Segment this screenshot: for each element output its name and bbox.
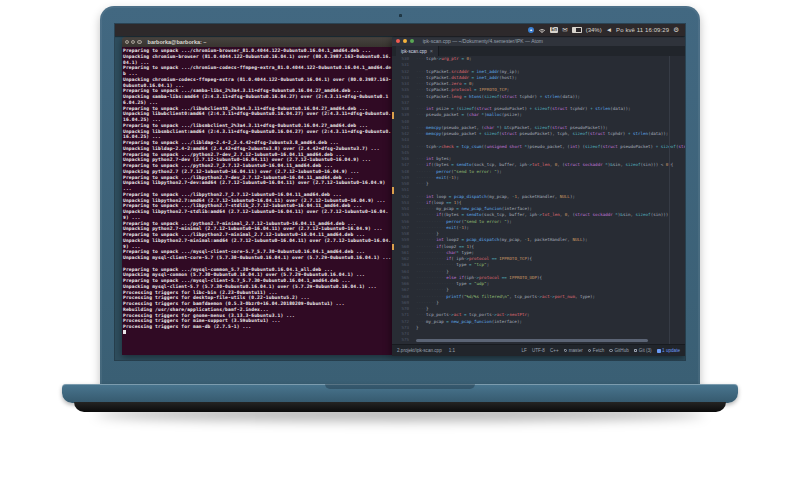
window-maximize-button[interactable] [410,39,414,43]
terminal-window: barborka@barborka: ~ Preparing to unpack… [122,37,394,355]
github-icon [609,349,613,353]
code-line: ····tcph->check = tcp_csum((unsigned sho… [416,144,685,150]
status-right: LFUTF-8C++masterFetchGitHubGit (3)1 upda… [522,348,680,353]
system-panel: ▴ En ✉ (34%) ◄ Po kvě 11 16:09:29 ⚙ [115,24,685,36]
editor-tabbar: ipk-scan.cpp × [392,46,685,56]
terminal-line: Unpacking samba-libs:amd64 (2:4.3.11+dfs… [123,94,393,106]
terminal-maximize-button[interactable] [137,40,141,44]
battery-fill [573,28,576,31]
tab-close-icon[interactable]: × [430,48,433,54]
code-editor[interactable]: 5305315325335345355365375385395405415425… [392,56,685,344]
terminal-line: Unpacking chromium-codecs-ffmpeg-extra (… [123,77,393,89]
wrap-guide [669,56,670,344]
terminal-output[interactable]: Preparing to unpack .../chromium-browser… [122,47,394,355]
terminal-cursor [123,330,126,334]
line-number: 575 [392,337,409,343]
terminal-line: Unpacking python2.7 (2.7.12-1ubuntu0~16.… [123,169,393,175]
laptop-latch-notch [325,384,475,389]
terminal-line: Unpacking libpython2.7-stdlib:amd64 (2.7… [123,209,393,221]
status-item-encoding[interactable]: UTF-8 [532,348,545,353]
clock[interactable]: Po kvě 11 16:09:29 [616,24,669,36]
code-line: ····memcpy(pseudo_packet + sizeof(struct… [416,131,685,137]
terminal-line: Unpacking libwbclient0:amd64 (2:4.3.11+d… [123,111,393,123]
terminal-line: Preparing to unpack .../chromium-browser… [123,48,393,54]
window-minimize-button[interactable] [403,39,407,43]
terminal-line: Unpacking libpython2.7-dev:amd64 (2.7.12… [123,180,393,192]
status-item-line-ending[interactable]: LF [522,348,527,353]
terminal-line: Unpacking libpython2.7-minimal:amd64 (2.… [123,238,393,250]
status-item-git-branch[interactable]: master [564,348,583,353]
laptop-lid: ▴ En ✉ (34%) ◄ Po kvě 11 16:09:29 ⚙ [100,6,700,386]
battery-icon[interactable] [572,27,582,33]
terminal-titlebar[interactable]: barborka@barborka: ~ [122,37,394,47]
status-bar: 2.projekt/ipk-scan.cpp 1:1 LFUTF-8C++mas… [392,344,685,356]
terminal-minimize-button[interactable] [131,40,135,44]
package-icon [657,349,661,353]
desktop-screen: ▴ En ✉ (34%) ◄ Po kvě 11 16:09:29 ⚙ [115,24,685,360]
wifi-icon[interactable] [538,27,546,33]
terminal-close-button[interactable] [125,40,129,44]
terminal-line: Unpacking mysql-client-5.7 (5.7.30-0ubun… [123,284,393,290]
terminal-title: barborka@barborka: ~ [148,39,207,45]
status-item-fetch[interactable]: Fetch [588,348,605,353]
status-item-updates[interactable]: 1 update [657,348,680,353]
laptop-mockup: ▴ En ✉ (34%) ◄ Po kvě 11 16:09:29 ⚙ [0,0,800,477]
editor-window-title: ipk-scan.cpp — ~/Dokumenty/4.semester/IP… [423,38,543,44]
status-item-grammar[interactable]: C++ [550,348,559,353]
code-lines[interactable]: ····tcph->urg_ptr = 0; ····tcpPacket.src… [412,56,685,344]
webcam-dot [399,14,402,17]
status-item-github[interactable]: GitHub [609,348,628,353]
terminal-line: Unpacking mysql-client-core-5.7 (5.7.30-… [123,255,393,261]
git-icon [634,349,638,353]
gutter: 5305315325335345355365375385395405415425… [392,56,412,344]
status-cursor-position[interactable]: 1:1 [449,348,455,353]
terminal-line: Preparing to unpack .../libpython2.7-min… [123,232,393,238]
volume-icon[interactable]: ◄ [606,24,612,36]
tab-ipk-scan[interactable]: ipk-scan.cpp × [396,46,439,56]
system-tray: ▴ En ✉ (34%) ◄ Po kvě 11 16:09:29 ⚙ [528,24,685,36]
laptop-base [62,384,738,403]
terminal-line: Unpacking libldap-2.4-2:amd64 (2.4.42+df… [123,146,393,152]
terminal-line: Unpacking libsmbclient:amd64 (2:4.3.11+d… [123,129,393,141]
indicator-app-icon[interactable]: ▴ [528,27,534,33]
sync-icon [588,349,592,353]
window-close-button[interactable] [396,39,400,43]
tab-label: ipk-scan.cpp [401,49,427,54]
mail-icon[interactable]: ✉ [562,24,567,36]
terminal-line: Unpacking chromium-browser (81.0.4044.12… [123,54,393,66]
battery-percent-label: (34%) [586,24,602,36]
editor-window: ipk-scan.cpp — ~/Dokumenty/4.semester/IP… [392,36,685,356]
session-gear-icon[interactable]: ⚙ [673,24,679,36]
terminal-line: Preparing to unpack .../libsmbclient_2%3… [123,123,393,129]
status-file-path[interactable]: 2.projekt/ipk-scan.cpp [397,348,442,353]
horizontal-scrollbar[interactable] [416,339,648,342]
editor-titlebar[interactable]: ipk-scan.cpp — ~/Dokumenty/4.semester/IP… [392,36,685,46]
branch-icon [564,349,568,353]
status-item-git-changes[interactable]: Git (3) [634,348,652,353]
laptop-base-bottom [74,402,726,412]
terminal-line: Preparing to unpack .../chromium-codecs-… [123,65,393,77]
keyboard-layout-indicator[interactable]: En [550,27,558,33]
